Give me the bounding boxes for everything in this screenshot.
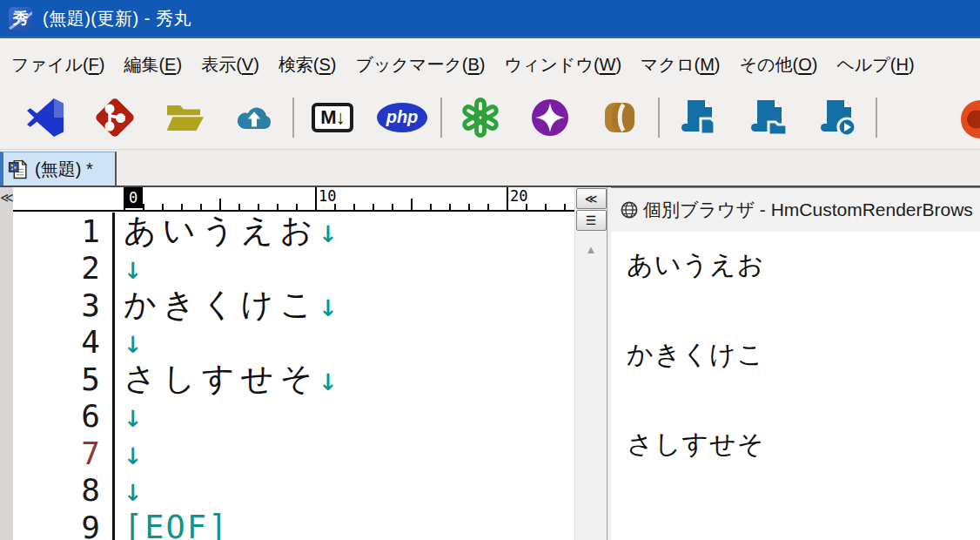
open-folder-button[interactable] [150,93,219,142]
menu-help[interactable]: ヘルプ(H) [827,51,923,78]
line-number: 5 [13,361,115,398]
line-number: 8 [13,472,115,510]
editor-lines: 1あいうえお↓ 2↓ 3かきくけこ↓ 4↓ 5さしすせそ↓ 6↓ 7↓ 8↓ 9… [13,212,574,540]
toolbar-separator [658,98,660,138]
hidemaru-app-icon: 秀 [9,7,32,30]
git-button[interactable] [80,93,150,142]
menu-window[interactable]: ウィンドウ(W) [495,51,632,78]
collapse-left-icon: ≪ [0,190,14,205]
editor-scrollbar[interactable]: ≪ ☰ ▲ [574,187,607,540]
newline-mark-icon: ↓ [124,435,143,471]
cloud-upload-button[interactable] [219,93,289,142]
toolbar-separator [292,98,294,138]
browser-panel-header: 個別ブラウザ - HmCustomRenderBrows [611,188,980,232]
gemini-button[interactable] [515,93,585,142]
markdown-icon: M↓ [312,103,353,132]
outline-list-button[interactable]: ☰ [576,210,607,231]
title-bar: 秀 (無題)(更新) - 秀丸 [0,0,980,38]
left-collapse-strip[interactable]: ≪ [0,187,13,540]
markdown-button[interactable]: M↓ [298,93,367,142]
openai-button[interactable] [446,93,515,142]
line-number-current: 7 [13,435,115,472]
ruler-label-10: 10 [315,187,336,210]
clipped-red-icon[interactable] [961,100,980,138]
line-text: さしすせそ [124,357,319,401]
newline-mark-icon: ↓ [124,250,143,286]
menu-search[interactable]: 検索(S) [269,51,346,78]
ai-assistant-icon [599,97,641,138]
newline-mark-icon: ↓ [124,324,143,360]
editor-line: 3かきくけこ↓ [13,287,574,324]
newline-mark-icon: ↓ [319,287,338,323]
newline-mark-icon: ↓ [319,361,338,397]
editor-line-current: 7↓ [13,435,574,472]
line-text: あいうえお [124,209,319,253]
php-icon: php [377,103,427,132]
line-number: 1 [13,213,115,250]
line-number: 4 [13,324,115,361]
column-ruler: 0 10 20 [13,187,574,212]
newline-mark-icon: ↓ [124,398,143,434]
line-number: 9 [13,509,115,540]
tab-untitled[interactable]: (無題) * [0,152,117,186]
editor-line: 4↓ [13,324,574,361]
newline-mark-icon: ↓ [124,472,143,508]
scroll-up-icon[interactable]: ▲ [586,243,597,256]
cloud-upload-icon [233,97,275,138]
php-button[interactable]: php [367,93,437,142]
tab-bar: (無題) * [0,150,980,187]
browser-panel-title: 個別ブラウザ - HmCustomRenderBrows [643,198,973,222]
menu-view[interactable]: 表示(V) [191,51,269,78]
list-icon: ☰ [586,213,597,227]
eof-marker: [EOF] [124,509,229,540]
menu-edit[interactable]: 編集(E) [114,51,191,78]
macro-file-button[interactable] [663,93,733,142]
macro-run-button[interactable] [802,93,872,142]
collapse-right-button[interactable]: ≪ [576,188,607,209]
menu-file[interactable]: ファイル(F) [2,51,114,78]
document-icon [8,159,30,180]
editor-pane[interactable]: 0 10 20 1あいうえお↓ 2↓ 3かきくけこ↓ 4↓ 5さしすせそ↓ 6↓… [13,187,574,540]
collapse-right-icon: ≪ [585,192,598,206]
git-icon [94,97,136,138]
editor-line: 6↓ [13,398,574,435]
macro-run-icon [816,97,858,138]
line-number: 2 [13,250,115,287]
line-number: 3 [13,287,115,324]
vscode-button[interactable] [10,93,80,142]
line-number: 6 [13,398,115,435]
rendered-paragraph: さしすせそ [627,427,980,462]
main-area: ≪ 0 10 20 1あいうえお↓ 2↓ 3かきくけこ↓ 4↓ 5さしすせそ↓ … [0,187,980,540]
window-title: (無題)(更新) - 秀丸 [43,7,191,30]
menu-other[interactable]: その他(O) [730,51,828,78]
ruler-label-20: 20 [507,187,527,210]
menu-bar: ファイル(F) 編集(E) 表示(V) 検索(S) ブックマーク(B) ウィンド… [0,38,980,85]
editor-line: 2↓ [13,250,574,287]
ai-assistant-button[interactable] [585,93,654,142]
line-text: かきくけこ [124,283,319,327]
rendered-paragraph: あいうえお [627,247,980,283]
folder-icon [164,97,205,138]
star-diamond-icon [529,97,571,138]
menu-bookmark[interactable]: ブックマーク(B) [346,51,495,78]
vscode-icon [24,97,66,138]
browser-rendered-content: あいうえお かきくけこ さしすせそ [611,247,980,462]
editor-line: 8↓ [13,472,574,510]
toolbar: M↓ php [0,85,980,150]
editor-line: 5さしすせそ↓ [13,361,574,398]
macro-file-icon [677,97,719,138]
editor-line-eof: 9[EOF] [13,509,574,540]
tab-label: (無題) * [35,158,93,181]
macro-folder-button[interactable] [733,93,802,142]
globe-icon [620,200,639,219]
macro-folder-icon [747,97,789,138]
browser-panel: 個別ブラウザ - HmCustomRenderBrows あいうえお かきくけこ… [611,187,980,540]
toolbar-separator [440,98,442,138]
ruler-cursor-column: 0 [124,187,143,208]
menu-macro[interactable]: マクロ(M) [631,51,729,78]
toolbar-separator [876,98,877,138]
newline-mark-icon: ↓ [319,213,338,249]
editor-line: 1あいうえお↓ [13,213,574,250]
rendered-paragraph: かきくけこ [627,337,980,373]
openai-icon [460,97,501,138]
